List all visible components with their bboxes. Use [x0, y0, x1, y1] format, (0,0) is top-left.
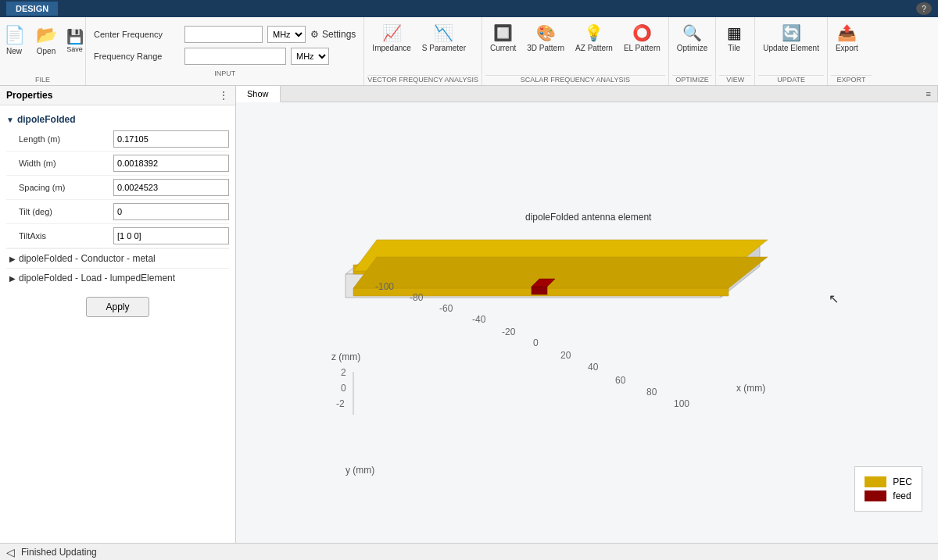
az-pattern-icon: 💡: [584, 23, 603, 42]
update-section: 🔄 Update Element UPDATE: [755, 17, 828, 85]
subgroup-load-arrow: ▶: [9, 274, 16, 283]
design-tab[interactable]: DESIGN: [6, 2, 58, 16]
viewport-tab-show[interactable]: Show: [236, 86, 281, 102]
tile-icon: ▦: [727, 23, 742, 42]
az-pattern-button[interactable]: 💡 AZ Pattern: [571, 20, 618, 55]
svg-text:-100: -100: [375, 281, 394, 292]
subgroup-conductor-arrow: ▶: [9, 255, 16, 263]
freq-range-input[interactable]: 733.5:8.15:896.5: [184, 48, 286, 65]
legend: PEC feed: [854, 466, 922, 512]
freq-range-row: Frequency Range 733.5:8.15:896.5 MHz GHz: [94, 48, 356, 65]
freq-range-label: Frequency Range: [94, 52, 180, 61]
az-pattern-label: AZ Pattern: [575, 44, 613, 52]
vector-analysis-label: VECTOR FREQUENCY ANALYSIS: [367, 75, 478, 85]
view-section-label: VIEW: [719, 75, 751, 85]
sidebar: Properties ⋮ ▼ dipoleFolded Length (m) W…: [0, 86, 236, 543]
properties-content: ▼ dipoleFolded Length (m) Width (m) Spac…: [0, 105, 235, 543]
title-bar: DESIGN ?: [0, 0, 938, 17]
input-section-label: INPUT: [94, 70, 356, 77]
open-icon: 📂: [36, 25, 57, 45]
prop-label-width: Width (m): [19, 159, 113, 168]
pattern-3d-icon: 🎨: [536, 23, 556, 42]
file-section-label: FILE: [35, 76, 50, 85]
update-section-label: UPDATE: [758, 75, 824, 85]
legend-color-pec: [865, 476, 886, 487]
tile-button[interactable]: ▦ Tile: [719, 20, 749, 55]
group-arrow-icon: ▼: [6, 116, 14, 124]
prop-input-width[interactable]: [113, 155, 229, 172]
svg-text:-80: -80: [410, 292, 424, 303]
svg-text:-20: -20: [502, 326, 516, 337]
svg-text:-40: -40: [472, 314, 486, 325]
svg-text:-2: -2: [336, 398, 345, 409]
freq-range-unit-select[interactable]: MHz GHz: [291, 48, 329, 65]
status-left-arrow[interactable]: ◁: [6, 546, 15, 558]
new-button[interactable]: 📄 New: [0, 22, 30, 59]
viewport-canvas[interactable]: dipoleFolded antenna element: [236, 102, 938, 543]
current-icon: 🔲: [493, 23, 513, 42]
optimize-button[interactable]: 🔍 Optimize: [672, 20, 712, 55]
viewport: Show ≡ dipoleFolded antenna element: [236, 86, 938, 543]
svg-rect-7: [532, 287, 547, 294]
prop-input-spacing[interactable]: [113, 179, 229, 196]
el-pattern-button[interactable]: ⭕ EL Pattern: [619, 20, 665, 55]
subgroup-conductor[interactable]: ▶ dipoleFolded - Conductor - metal: [6, 248, 229, 268]
prop-row-length: Length (m): [6, 127, 229, 152]
prop-row-width: Width (m): [6, 152, 229, 176]
prop-row-tilt: Tilt (deg): [6, 200, 229, 224]
export-label: Export: [836, 44, 858, 52]
open-button[interactable]: 📂 Open: [31, 22, 62, 59]
viewport-more-button[interactable]: ≡: [920, 86, 938, 102]
save-icon: 💾: [66, 28, 84, 45]
settings-button[interactable]: ⚙ Settings: [310, 29, 356, 40]
prop-row-spacing: Spacing (m): [6, 176, 229, 200]
file-section: 📄 New 📂 Open 💾 Save FILE: [0, 17, 86, 85]
s-parameter-button[interactable]: 📉 S Parameter: [417, 20, 471, 55]
legend-label-feed: feed: [893, 490, 911, 501]
optimize-section-label: OPTIMIZE: [672, 75, 712, 85]
svg-text:100: 100: [674, 398, 689, 409]
export-section-label: EXPORT: [831, 75, 872, 85]
svg-text:x (mm): x (mm): [736, 383, 765, 394]
sidebar-header: Properties ⋮: [0, 86, 235, 105]
update-element-button[interactable]: 🔄 Update Element: [758, 20, 824, 56]
help-button[interactable]: ?: [916, 2, 932, 15]
view-section: ▦ Tile VIEW: [716, 17, 755, 85]
subgroup-load[interactable]: ▶ dipoleFolded - Load - lumpedElement: [6, 268, 229, 287]
prop-input-tiltaxis[interactable]: [113, 227, 229, 244]
save-label: Save: [66, 45, 83, 53]
save-button[interactable]: 💾 Save: [63, 22, 87, 59]
open-label: Open: [37, 47, 55, 55]
status-bar: ◁ Finished Updating: [0, 543, 938, 560]
pattern-3d-label: 3D Pattern: [527, 44, 564, 52]
settings-label: Settings: [322, 29, 356, 40]
new-icon: 📄: [4, 25, 25, 45]
impedance-button[interactable]: 📈 Impedance: [367, 20, 415, 55]
antenna-svg: x (mm) 100 80 60 40 20 0 -20 -40 -60 -80…: [283, 149, 877, 524]
scalar-analysis-section: 🔲 Current 🎨 3D Pattern 💡 AZ Pattern ⭕ EL…: [482, 17, 669, 85]
legend-item-pec: PEC: [865, 476, 912, 487]
center-freq-input[interactable]: 815: [184, 26, 263, 43]
prop-input-tilt[interactable]: [113, 203, 229, 220]
export-button[interactable]: 📤 Export: [831, 20, 863, 55]
prop-label-tilt: Tilt (deg): [19, 207, 113, 216]
prop-label-spacing: Spacing (m): [19, 183, 113, 192]
prop-input-length[interactable]: [113, 130, 229, 148]
legend-color-feed: [865, 490, 886, 501]
pattern-3d-button[interactable]: 🎨 3D Pattern: [522, 20, 569, 55]
export-section: 📤 Export EXPORT: [828, 17, 875, 85]
subgroup-conductor-label: dipoleFolded - Conductor - metal: [19, 253, 156, 264]
svg-text:y (mm): y (mm): [345, 465, 374, 476]
current-button[interactable]: 🔲 Current: [485, 20, 521, 55]
input-section: Center Frequency 815 MHz GHz ⚙ Settings …: [86, 17, 364, 85]
impedance-icon: 📈: [382, 23, 402, 42]
prop-label-tiltaxis: TiltAxis: [19, 231, 113, 241]
svg-text:20: 20: [560, 350, 571, 361]
sidebar-menu-icon[interactable]: ⋮: [218, 89, 229, 102]
svg-text:z (mm): z (mm): [331, 351, 360, 362]
prop-group-header[interactable]: ▼ dipoleFolded: [6, 112, 229, 127]
center-freq-unit-select[interactable]: MHz GHz: [267, 26, 306, 43]
status-message: Finished Updating: [21, 547, 97, 558]
tile-label: Tile: [728, 44, 740, 52]
apply-button[interactable]: Apply: [86, 297, 149, 317]
